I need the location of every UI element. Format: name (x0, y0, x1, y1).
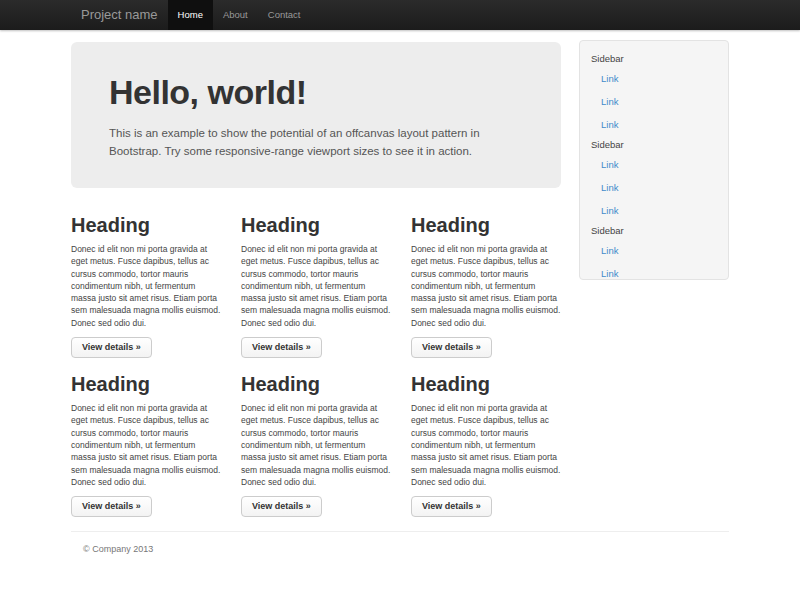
card-body-text: Donec id elit non mi porta gravida at eg… (241, 402, 391, 488)
card: Heading Donec id elit non mi porta gravi… (411, 371, 561, 517)
page-title: Hello, world! (109, 75, 523, 111)
card-heading: Heading (71, 212, 221, 238)
card-heading: Heading (71, 371, 221, 397)
card: Heading Donec id elit non mi porta gravi… (71, 212, 221, 358)
view-details-button[interactable]: View details » (411, 337, 492, 358)
copyright-text: © Company 2013 (83, 544, 729, 554)
view-details-button[interactable]: View details » (71, 496, 152, 517)
card: Heading Donec id elit non mi porta gravi… (411, 212, 561, 358)
view-details-button[interactable]: View details » (241, 337, 322, 358)
card-heading: Heading (241, 212, 391, 238)
navbar: Project name Home About Contact (0, 0, 800, 30)
card-body-text: Donec id elit non mi porta gravida at eg… (71, 402, 221, 488)
card-heading: Heading (241, 371, 391, 397)
nav-item-contact[interactable]: Contact (258, 0, 311, 30)
main-content: Hello, world! This is an example to show… (71, 40, 561, 517)
jumbotron-description: This is an example to show the potential… (109, 124, 509, 161)
card-body-text: Donec id elit non mi porta gravida at eg… (411, 402, 561, 488)
sidebar-group-header: Sidebar (591, 223, 720, 239)
card: Heading Donec id elit non mi porta gravi… (71, 371, 221, 517)
nav-item-home[interactable]: Home (168, 0, 213, 30)
sidebar-link[interactable]: Link (591, 200, 720, 222)
card-heading: Heading (411, 371, 561, 397)
brand-link[interactable]: Project name (71, 0, 168, 30)
sidebar-group: Sidebar Link Link (591, 223, 720, 285)
view-details-button[interactable]: View details » (241, 496, 322, 517)
card-body-text: Donec id elit non mi porta gravida at eg… (411, 243, 561, 329)
card-heading: Heading (411, 212, 561, 238)
footer: © Company 2013 (71, 531, 729, 554)
card-body-text: Donec id elit non mi porta gravida at eg… (241, 243, 391, 329)
view-details-button[interactable]: View details » (71, 337, 152, 358)
sidebar-link[interactable]: Link (591, 154, 720, 176)
sidebar-link[interactable]: Link (591, 240, 720, 262)
jumbotron: Hello, world! This is an example to show… (71, 42, 561, 188)
sidebar-group-header: Sidebar (591, 137, 720, 153)
nav-item-about[interactable]: About (213, 0, 258, 30)
sidebar-panel: Sidebar Link Link Link Sidebar Link Link… (579, 40, 729, 280)
navbar-menu: Home About Contact (168, 0, 311, 30)
cards-row-2: Heading Donec id elit non mi porta gravi… (71, 371, 561, 517)
cards-row-1: Heading Donec id elit non mi porta gravi… (71, 212, 561, 358)
sidebar-group: Sidebar Link Link Link (591, 137, 720, 222)
sidebar-link[interactable]: Link (591, 263, 720, 285)
sidebar-link[interactable]: Link (591, 68, 720, 90)
page-container: Hello, world! This is an example to show… (71, 40, 729, 517)
sidebar-link[interactable]: Link (591, 177, 720, 199)
navbar-inner: Project name Home About Contact (71, 0, 729, 30)
sidebar-link[interactable]: Link (591, 91, 720, 113)
content-row: Hello, world! This is an example to show… (71, 40, 729, 517)
sidebar-link[interactable]: Link (591, 114, 720, 136)
card-body-text: Donec id elit non mi porta gravida at eg… (71, 243, 221, 329)
sidebar-group-header: Sidebar (591, 51, 720, 67)
view-details-button[interactable]: View details » (411, 496, 492, 517)
card: Heading Donec id elit non mi porta gravi… (241, 212, 391, 358)
sidebar-group: Sidebar Link Link Link (591, 51, 720, 136)
card: Heading Donec id elit non mi porta gravi… (241, 371, 391, 517)
